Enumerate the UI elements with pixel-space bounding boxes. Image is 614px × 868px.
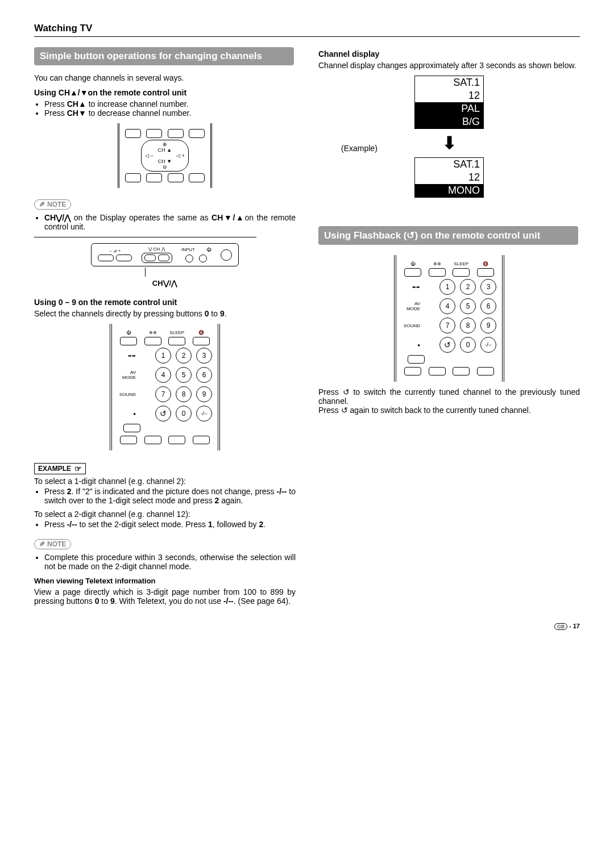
example-2-bullet: Press -/-- to set the 2-digit select mod…: [44, 520, 296, 529]
bullet-ch-down: Press CH▼ to decrease channel number.: [44, 108, 296, 118]
down-arrow-icon: ⬇: [442, 138, 457, 148]
teletext-text: View a page directly which is 3-digit pa…: [34, 587, 296, 606]
subhead-ch-remote: Using CH▲/▼on the remote control unit: [34, 88, 296, 97]
remote-numeric-illustration: ⏻ ⊕⊕ SLEEP 🔇 ⬌⬌ 123 AV MODE 456 SOUND 78…: [110, 324, 220, 450]
remote-flashback-illustration: ⏻ ⊕⊕ SLEEP 🔇 ⬌⬌ 123 AV MODE 456 SOUND 78…: [394, 255, 504, 382]
note-text-2: Complete this procedure within 3 seconds…: [44, 553, 296, 571]
osd-box-before: SAT.1 12 PAL B/G: [414, 76, 484, 129]
section-bar-flashback: Using Flashback (↺) on the remote contro…: [318, 226, 578, 245]
channel-display-text: Channel display changes approximately af…: [318, 61, 580, 70]
flashback-p2: Press ↺ again to switch back to the curr…: [318, 406, 580, 415]
left-column: Simple button operations for changing ch…: [34, 47, 296, 606]
section-bar-simple-ops: Simple button operations for changing ch…: [34, 47, 294, 65]
num-intro: Select the channels directly by pressing…: [34, 309, 296, 318]
osd-example-area: SAT.1 12 PAL B/G (Example) ⬇ SAT.1 12 MO…: [318, 76, 580, 198]
subhead-num-remote: Using 0 – 9 on the remote control unit: [34, 298, 296, 307]
remote-ch-illustration: ⊕ CH ▲ ◁ –◁ + CH ▼ ⊖: [118, 123, 212, 188]
display-panel-caption: CH⋁/⋀: [34, 279, 296, 287]
channel-display-heading: Channel display: [318, 49, 580, 59]
page-footer: GB - 17: [34, 623, 580, 629]
note-text-1: CH⋁/⋀ on the Display operates the same a…: [44, 213, 296, 231]
note-label-1: NOTE: [34, 199, 71, 210]
intro-text: You can change channels in several ways.: [34, 73, 296, 82]
flashback-p1: Press ↺ to switch the currently tuned ch…: [318, 387, 580, 406]
osd-box-after: SAT.1 12 MONO: [414, 157, 484, 198]
osd-example-label: (Example): [341, 144, 377, 153]
example-1-lead: To select a 1-digit channel (e.g. channe…: [34, 477, 296, 486]
teletext-heading: When viewing Teletext information: [34, 577, 296, 585]
example-1-bullet: Press 2. If "2" is indicated and the pic…: [44, 487, 296, 505]
bullet-ch-up: Press CH▲ to increase channel number.: [44, 99, 296, 108]
right-column: Channel display Channel display changes …: [318, 47, 580, 606]
example-2-lead: To select a 2-digit channel (e.g. channe…: [34, 510, 296, 519]
example-label: EXAMPLE: [34, 463, 86, 474]
display-top-panel-illustration: – ⊿ + ⋁ CH ⋀ INPUT ⏻: [91, 243, 239, 277]
note-label-2: NOTE: [34, 539, 71, 549]
page-title: Watching TV: [34, 23, 580, 37]
